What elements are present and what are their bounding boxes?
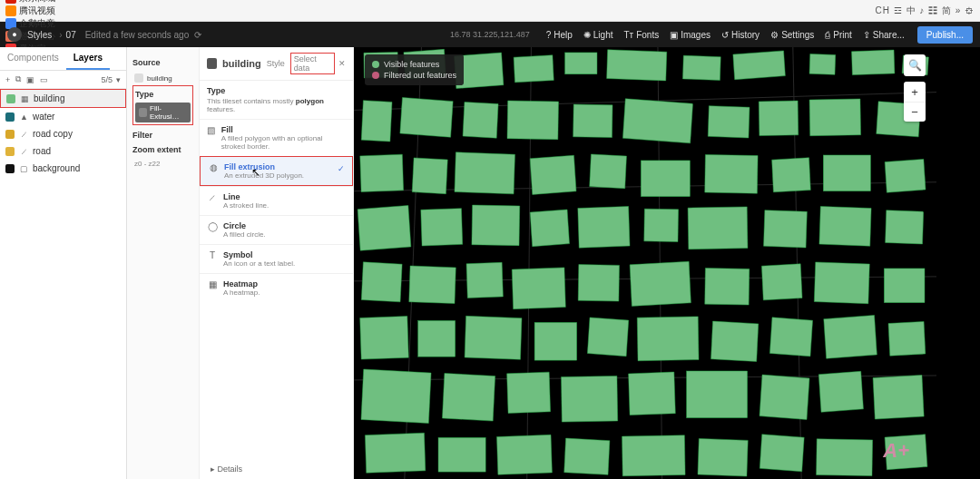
svg-rect-60 (418, 320, 456, 357)
type-option-circle[interactable]: ◯CircleA filled circle. (200, 215, 353, 244)
type-value[interactable]: Fill-Extrusi… (135, 103, 191, 122)
svg-rect-45 (688, 207, 748, 249)
tab-components[interactable]: Components (0, 47, 66, 70)
map-coordinates: 16.78 31.225,121.487 (450, 30, 530, 39)
type-option-icon: ▦ (207, 279, 218, 289)
svg-rect-81 (564, 438, 610, 474)
map-canvas[interactable]: Visible features Filtered out features 🔍… (354, 47, 936, 479)
share-button[interactable]: ⇪Share... (863, 30, 905, 40)
svg-rect-20 (400, 97, 453, 137)
type-option-symbol[interactable]: TSymbolAn icon or a text label. (200, 244, 353, 273)
tab-layers[interactable]: Layers (66, 47, 110, 70)
svg-rect-21 (463, 102, 498, 138)
svg-rect-75 (760, 375, 809, 419)
type-option-fill-extrusion[interactable]: ◍Fill extrusionAn extruded 3D polygon.✓↖ (200, 156, 353, 186)
svg-rect-62 (534, 322, 577, 360)
filter-icon[interactable]: ▾ (116, 75, 121, 84)
type-option-fill[interactable]: ▧FillA filled polygon with an optional s… (200, 119, 353, 156)
svg-rect-14 (682, 55, 720, 80)
svg-rect-24 (622, 99, 692, 143)
svg-rect-63 (587, 318, 628, 357)
svg-rect-19 (361, 101, 392, 142)
refresh-icon[interactable]: ⟳ (194, 30, 201, 40)
type-option-icon: ◍ (208, 162, 219, 172)
layer-item-water[interactable]: ▲water (0, 108, 126, 125)
zoom-in-button[interactable]: + (904, 82, 926, 102)
svg-rect-73 (629, 372, 676, 415)
svg-rect-79 (438, 437, 485, 472)
svg-rect-51 (466, 262, 503, 298)
layer-count: 5/5 (101, 75, 113, 84)
svg-rect-30 (412, 158, 447, 194)
print-button[interactable]: ⎙Print (825, 30, 852, 40)
svg-rect-61 (465, 316, 522, 359)
svg-rect-57 (814, 262, 869, 304)
svg-rect-83 (698, 438, 748, 476)
layer-label: building (34, 93, 120, 103)
svg-rect-22 (507, 101, 558, 140)
help-button[interactable]: ?Help (546, 30, 573, 40)
svg-rect-15 (733, 51, 786, 80)
publish-button[interactable]: Publish... (917, 26, 973, 44)
svg-rect-52 (512, 268, 565, 309)
layer-item-road copy[interactable]: ⟋road copy (0, 125, 126, 142)
breadcrumb-styles[interactable]: Styles (27, 30, 52, 40)
tab-style[interactable]: Style (267, 59, 285, 68)
svg-rect-42 (530, 210, 569, 247)
svg-rect-72 (561, 376, 617, 422)
layer-type-glyph: ⟋ (20, 130, 29, 139)
close-icon[interactable]: ✕ (338, 59, 346, 68)
svg-rect-11 (514, 55, 554, 83)
layer-item-background[interactable]: ▢background (0, 160, 126, 177)
layer-type-glyph: ▢ (20, 164, 29, 173)
svg-rect-59 (360, 317, 409, 360)
zoom-out-button[interactable]: − (904, 102, 926, 122)
add-layer-icon[interactable]: + (5, 75, 10, 84)
settings-button[interactable]: ⚙Settings (770, 30, 814, 40)
svg-rect-65 (711, 321, 759, 361)
layer-type-glyph: ▦ (21, 94, 30, 103)
filtered-dot-icon (372, 72, 379, 79)
type-option-line[interactable]: ⟋LineA stroked line. (200, 186, 353, 215)
light-button[interactable]: ✺Light (583, 30, 613, 40)
layer-type-icon (207, 58, 217, 69)
bookmark-item[interactable]: 腾讯视频 (5, 5, 83, 17)
fonts-button[interactable]: TтFonts (623, 30, 659, 40)
tab-select-data[interactable]: Select data (290, 53, 335, 74)
svg-rect-12 (565, 53, 597, 74)
svg-rect-76 (818, 371, 863, 412)
svg-rect-64 (637, 317, 699, 361)
svg-rect-23 (573, 104, 612, 137)
svg-rect-44 (644, 209, 679, 241)
folder-icon[interactable]: ▣ (26, 75, 34, 84)
layer-label: water (33, 112, 121, 122)
source-item[interactable]: building (132, 71, 193, 85)
details-toggle[interactable]: ▸ Details (211, 464, 242, 474)
svg-rect-49 (361, 262, 402, 302)
svg-rect-29 (360, 154, 404, 191)
watermark: A+ (883, 439, 909, 463)
layer-type-glyph: ⟋ (20, 147, 29, 156)
map-search-button[interactable]: 🔍 (904, 54, 926, 76)
app-logo-icon[interactable]: ● (7, 27, 22, 42)
layer-item-building[interactable]: ▦building (0, 89, 126, 108)
filter-heading: Filter (132, 131, 193, 140)
layer-item-road[interactable]: ⟋road (0, 142, 126, 160)
group-icon[interactable]: ▭ (40, 75, 48, 84)
images-button[interactable]: ▣Images (670, 30, 710, 40)
breadcrumb-style-name[interactable]: 07 (66, 30, 76, 40)
svg-rect-46 (764, 210, 808, 248)
history-button[interactable]: ↺History (721, 30, 760, 40)
layer-swatch (5, 147, 15, 156)
layer-label: road copy (33, 129, 121, 139)
svg-rect-35 (705, 154, 758, 193)
type-option-heatmap[interactable]: ▦HeatmapA heatmap. (200, 273, 353, 302)
svg-rect-85 (817, 439, 873, 476)
duplicate-layer-icon[interactable]: ⧉ (15, 74, 21, 84)
svg-rect-69 (361, 369, 431, 424)
type-option-icon: ⟋ (207, 192, 218, 202)
bookmark-icon (5, 5, 16, 16)
panel-title: building (222, 58, 261, 69)
svg-rect-40 (421, 209, 463, 246)
extrusion-icon (139, 108, 147, 117)
